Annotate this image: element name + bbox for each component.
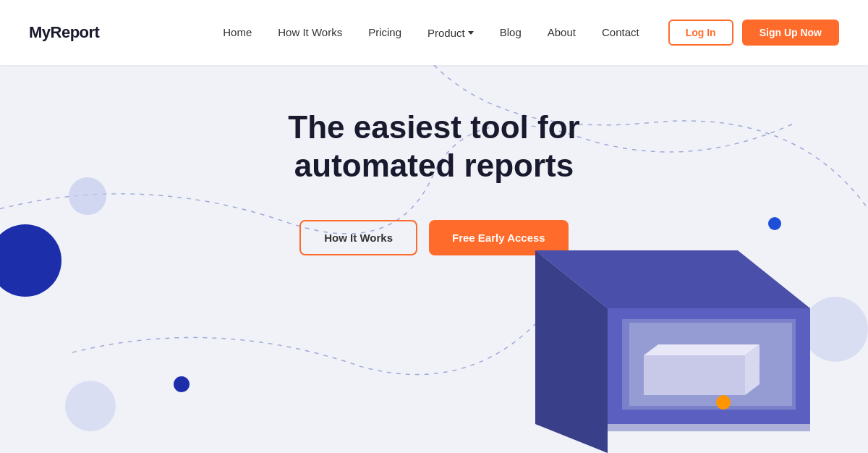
signup-button[interactable]: Sign Up Now [742, 20, 839, 46]
nav-item-home[interactable]: Home [223, 26, 252, 38]
navbar-actions: Log In Sign Up Now [668, 20, 839, 46]
nav-item-pricing[interactable]: Pricing [368, 26, 401, 38]
logo[interactable]: MyReport [29, 23, 99, 42]
monitor-svg [463, 207, 810, 453]
svg-marker-12 [644, 366, 745, 377]
nav-item-product[interactable]: Product [427, 27, 474, 39]
circle-small-blue-1 [174, 376, 190, 392]
chevron-down-icon [468, 31, 474, 35]
svg-marker-9 [644, 377, 745, 388]
nav-item-about[interactable]: About [548, 26, 576, 38]
how-it-works-button[interactable]: How It Works [299, 220, 417, 255]
svg-marker-15 [644, 355, 745, 366]
circle-light-1 [69, 177, 106, 215]
hero-title: The easiest tool for automated reports [210, 109, 658, 185]
login-button[interactable]: Log In [668, 20, 733, 46]
nav-item-blog[interactable]: Blog [500, 26, 522, 38]
circle-light-3 [803, 297, 868, 362]
svg-marker-18 [608, 424, 810, 431]
nav-item-how-it-works[interactable]: How It Works [278, 26, 342, 38]
svg-point-17 [716, 395, 731, 410]
nav-item-contact[interactable]: Contact [602, 26, 639, 38]
svg-marker-14 [644, 344, 760, 355]
hero-section: The easiest tool for automated reports H… [0, 65, 868, 453]
svg-marker-6 [644, 388, 745, 395]
navbar: MyReport Home How It Works Pricing Produ… [0, 0, 868, 65]
hero-illustration [463, 207, 810, 453]
nav-links: Home How It Works Pricing Product Blog A… [223, 26, 639, 39]
circle-light-2 [65, 381, 116, 431]
circle-large-blue [0, 224, 61, 297]
